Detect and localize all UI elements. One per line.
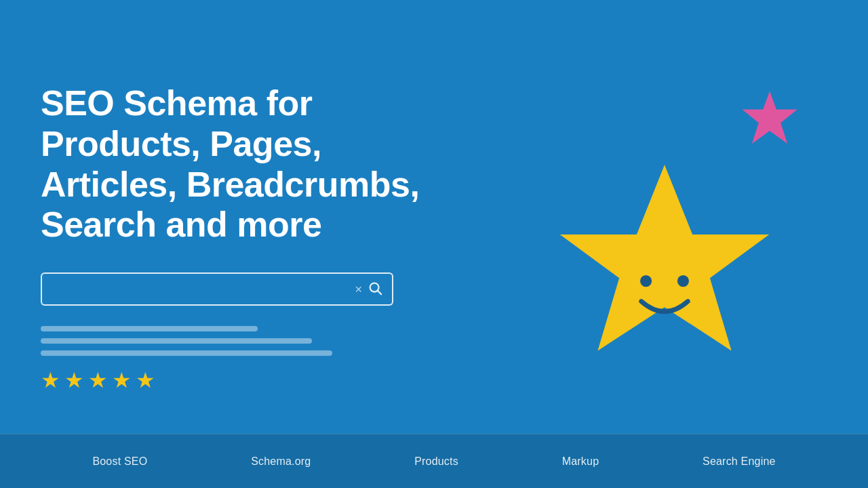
clear-icon[interactable]: × — [355, 283, 362, 296]
left-section: SEO Schema for Products, Pages, Articles… — [41, 83, 434, 391]
big-yellow-star — [542, 153, 787, 400]
nav-markup[interactable]: Markup — [562, 455, 599, 468]
nav-boost-seo[interactable]: Boost SEO — [92, 455, 147, 468]
svg-point-5 — [677, 275, 689, 287]
svg-point-4 — [640, 275, 652, 287]
hero-illustration — [502, 75, 827, 400]
content-line-2 — [41, 338, 312, 344]
nav-products[interactable]: Products — [414, 455, 458, 468]
content-lines — [41, 326, 434, 356]
star-2: ★ — [64, 369, 84, 391]
search-input[interactable] — [52, 282, 355, 296]
search-box[interactable]: × — [41, 272, 393, 306]
svg-line-1 — [378, 291, 381, 294]
content-line-1 — [41, 326, 258, 331]
nav-search-engine[interactable]: Search Engine — [703, 455, 776, 468]
star-4: ★ — [112, 369, 132, 391]
svg-marker-3 — [560, 165, 770, 350]
svg-marker-2 — [743, 92, 797, 144]
nav-schema-org[interactable]: Schema.org — [251, 455, 311, 468]
star-rating: ★ ★ ★ ★ ★ — [41, 369, 434, 391]
headline: SEO Schema for Products, Pages, Articles… — [41, 83, 434, 245]
star-3: ★ — [88, 369, 108, 391]
content-line-3 — [41, 350, 332, 356]
main-content: SEO Schema for Products, Pages, Articles… — [0, 0, 868, 434]
search-icon[interactable] — [368, 281, 382, 298]
star-1: ★ — [41, 369, 60, 391]
star-5: ★ — [136, 369, 155, 391]
small-pink-star — [739, 88, 800, 152]
bottom-navigation: Boost SEO Schema.org Products Markup Sea… — [0, 434, 868, 488]
